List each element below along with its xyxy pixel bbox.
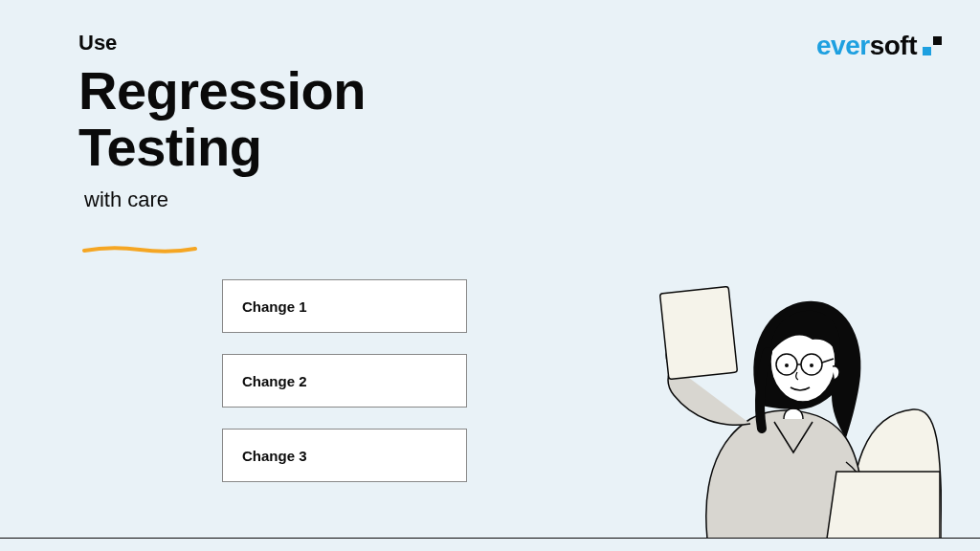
change-label: Change 3 <box>242 448 307 464</box>
change-label: Change 2 <box>242 373 307 389</box>
changes-list: Change 1 Change 2 Change 3 <box>222 279 467 482</box>
underline-accent-icon <box>82 245 197 254</box>
main-title-line2: Testing <box>78 120 366 176</box>
post-title: with care <box>84 187 366 212</box>
change-box: Change 3 <box>222 429 467 482</box>
change-box: Change 1 <box>222 279 467 333</box>
heading-block: Use Regression Testing with care <box>78 31 366 212</box>
brand-logo: eversoft <box>816 31 942 61</box>
logo-part2: soft <box>870 31 917 60</box>
change-box: Change 2 <box>222 354 467 408</box>
pre-title: Use <box>78 31 366 55</box>
svg-rect-0 <box>659 286 737 379</box>
svg-point-7 <box>810 364 813 367</box>
person-with-laptop-illustration <box>559 252 942 539</box>
baseline-rule <box>0 538 980 539</box>
main-title-line1: Regression <box>78 63 366 120</box>
svg-point-6 <box>785 364 789 367</box>
change-label: Change 1 <box>242 298 307 315</box>
logo-text: eversoft <box>816 31 917 61</box>
logo-part1: ever <box>816 31 870 60</box>
logo-mark-icon <box>923 36 942 55</box>
